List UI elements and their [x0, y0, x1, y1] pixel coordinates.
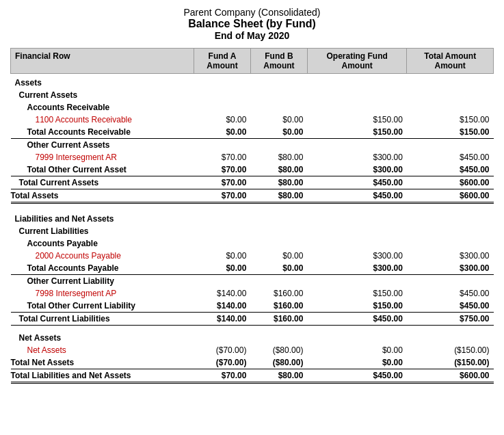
report-title2: Balance Sheet (by Fund) [10, 18, 494, 30]
ar-c2: $0.00 [250, 114, 307, 126]
oca-label: Other Current Assets [11, 139, 194, 152]
tlna-c1: $70.00 [194, 369, 251, 383]
current-liabilities-label: Current Liabilities [11, 225, 194, 237]
liab-net-label: Liabilities and Net Assets [11, 210, 194, 225]
ar-c3: $150.00 [307, 114, 407, 126]
spacer2 [11, 325, 494, 332]
ta-c4: $600.00 [407, 189, 494, 203]
ta-c3: $450.00 [307, 189, 407, 203]
interseg-ap-row: 7998 Intersegment AP $140.00 $160.00 $15… [11, 287, 494, 300]
tca-c4: $600.00 [407, 176, 494, 189]
total-oca-c1: $70.00 [194, 163, 251, 176]
total-oca-label: Total Other Current Asset [11, 163, 194, 176]
total-ar-c3: $150.00 [307, 126, 407, 139]
total-ap-label: Total Accounts Payable [11, 262, 194, 275]
interseg-ar-c3: $300.00 [307, 151, 407, 163]
tna-c1: ($70.00) [194, 356, 251, 369]
liab-net-header-row: Liabilities and Net Assets [11, 210, 494, 225]
ar-label: Accounts Receivable [11, 101, 194, 114]
tna-c2: ($80.00) [250, 356, 307, 369]
ar-c4: $150.00 [407, 114, 494, 126]
interseg-ap-account: 7998 Intersegment AP [11, 287, 194, 300]
total-ap-c2: $0.00 [250, 262, 307, 275]
na-c3: $0.00 [307, 344, 407, 356]
balance-sheet-table: Financial Row Fund AAmount Fund BAmount … [10, 48, 494, 384]
current-assets-label: Current Assets [11, 89, 194, 101]
tlna-c2: $80.00 [250, 369, 307, 383]
na-c1: ($70.00) [194, 344, 251, 356]
tcl-c3: $450.00 [307, 312, 407, 325]
net-assets-account-row: Net Assets ($70.00) ($80.00) $0.00 ($150… [11, 344, 494, 356]
total-liab-na-label: Total Liabilities and Net Assets [11, 369, 194, 383]
total-oca-c3: $300.00 [307, 163, 407, 176]
total-na-label: Total Net Assets [11, 356, 194, 369]
col-header-total: Total AmountAmount [407, 49, 494, 74]
total-ocl-c3: $150.00 [307, 300, 407, 313]
interseg-ar-row: 7999 Intersegment AR $70.00 $80.00 $300.… [11, 151, 494, 163]
total-ar-c1: $0.00 [194, 126, 251, 139]
net-assets-account: Net Assets [11, 344, 194, 356]
total-ar-c2: $0.00 [250, 126, 307, 139]
total-cl-row: Total Current Liabilities $140.00 $160.0… [11, 312, 494, 325]
ap-c2: $0.00 [250, 250, 307, 262]
total-ocl-c1: $140.00 [194, 300, 251, 313]
tlna-c4: $600.00 [407, 369, 494, 383]
net-assets-header-row: Net Assets [11, 332, 494, 344]
col-header-operating: Operating FundAmount [307, 49, 407, 74]
interseg-ar-c2: $80.00 [250, 151, 307, 163]
report-title3: End of May 2020 [10, 30, 494, 41]
interseg-ar-c1: $70.00 [194, 151, 251, 163]
current-liabilities-header-row: Current Liabilities [11, 225, 494, 237]
interseg-ap-c4: $450.00 [407, 287, 494, 300]
accounts-receivable-header-row: Accounts Receivable [11, 101, 494, 114]
total-ap-c4: $300.00 [407, 262, 494, 275]
assets-label: Assets [11, 74, 194, 90]
ap-label: Accounts Payable [11, 237, 194, 250]
ap-c3: $300.00 [307, 250, 407, 262]
total-ap-row: Total Accounts Payable $0.00 $0.00 $300.… [11, 262, 494, 275]
total-na-row: Total Net Assets ($70.00) ($80.00) $0.00… [11, 356, 494, 369]
total-current-assets-row: Total Current Assets $70.00 $80.00 $450.… [11, 176, 494, 189]
ar-account-row: 1100 Accounts Receivable $0.00 $0.00 $15… [11, 114, 494, 126]
spacer1 [11, 203, 494, 210]
other-current-assets-header-row: Other Current Assets [11, 139, 494, 152]
ocl-header-row: Other Current Liability [11, 274, 494, 287]
interseg-ap-c3: $150.00 [307, 287, 407, 300]
ar-c1: $0.00 [194, 114, 251, 126]
interseg-ap-c2: $160.00 [250, 287, 307, 300]
col-header-label: Financial Row [11, 49, 194, 74]
total-liab-na-row: Total Liabilities and Net Assets $70.00 … [11, 369, 494, 383]
total-ar-label: Total Accounts Receivable [11, 126, 194, 139]
tna-c4: ($150.00) [407, 356, 494, 369]
interseg-ar-c4: $450.00 [407, 151, 494, 163]
tcl-c4: $750.00 [407, 312, 494, 325]
total-oca-row: Total Other Current Asset $70.00 $80.00 … [11, 163, 494, 176]
ta-c1: $70.00 [194, 189, 251, 203]
ap-c4: $300.00 [407, 250, 494, 262]
interseg-ap-c1: $140.00 [194, 287, 251, 300]
ap-header-row: Accounts Payable [11, 237, 494, 250]
total-cl-label: Total Current Liabilities [11, 312, 194, 325]
col-header-fund-b: Fund BAmount [250, 49, 307, 74]
na-c4: ($150.00) [407, 344, 494, 356]
col-header-fund-a: Fund AAmount [194, 49, 251, 74]
ta-c2: $80.00 [250, 189, 307, 203]
current-assets-header-row: Current Assets [11, 89, 494, 101]
tca-c2: $80.00 [250, 176, 307, 189]
total-assets-row: Total Assets $70.00 $80.00 $450.00 $600.… [11, 189, 494, 203]
total-ap-c1: $0.00 [194, 262, 251, 275]
report-header: Parent Company (Consolidated) Balance Sh… [10, 7, 494, 41]
total-ar-row: Total Accounts Receivable $0.00 $0.00 $1… [11, 126, 494, 139]
tna-c3: $0.00 [307, 356, 407, 369]
ap-account-row: 2000 Accounts Payable $0.00 $0.00 $300.0… [11, 250, 494, 262]
total-ocl-row: Total Other Current Liability $140.00 $1… [11, 300, 494, 313]
ar-account: 1100 Accounts Receivable [11, 114, 194, 126]
total-ocl-c2: $160.00 [250, 300, 307, 313]
tlna-c3: $450.00 [307, 369, 407, 383]
report-title1: Parent Company (Consolidated) [10, 7, 494, 18]
ap-c1: $0.00 [194, 250, 251, 262]
total-oca-c4: $450.00 [407, 163, 494, 176]
total-ocl-label: Total Other Current Liability [11, 300, 194, 313]
total-ar-c4: $150.00 [407, 126, 494, 139]
interseg-ar-account: 7999 Intersegment AR [11, 151, 194, 163]
